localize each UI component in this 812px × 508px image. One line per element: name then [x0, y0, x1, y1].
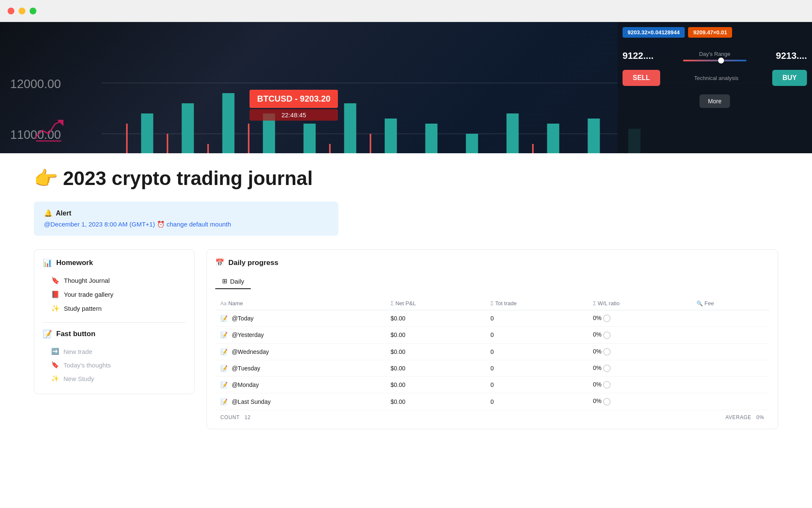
- alert-box: 🔔 Alert @December 1, 2023 8:00 AM (GMT+1…: [34, 202, 338, 236]
- alert-clock-icon: ⏰: [157, 221, 165, 228]
- alert-bell-icon: 🔔: [44, 209, 52, 217]
- sell-button[interactable]: SELL: [623, 70, 660, 86]
- col-fee: 🔍 Fee: [691, 297, 769, 310]
- table-row[interactable]: 📝 @Wednesday $0.00 0 0%: [215, 343, 769, 360]
- table-footer: COUNT 12 AVERAGE 0%: [215, 410, 769, 420]
- svg-rect-58: [588, 119, 600, 153]
- row-fee: [691, 377, 769, 393]
- alert-date-link[interactable]: @December 1, 2023 8:00 AM (GMT+1): [44, 221, 155, 228]
- buy-button[interactable]: BUY: [772, 70, 807, 86]
- svg-rect-42: [425, 124, 438, 153]
- new-trade-label: New trade: [63, 348, 92, 355]
- row-edit-icon: 📝: [220, 331, 228, 338]
- homework-section-title: 📊 Homework: [43, 258, 186, 268]
- row-tot: 0: [486, 360, 588, 376]
- row-wl: 0%: [588, 327, 691, 343]
- table-row[interactable]: 📝 @Yesterday $0.00 0 0%: [215, 327, 769, 343]
- table-row[interactable]: 📝 @Tuesday $0.00 0 0%: [215, 360, 769, 376]
- price-left: 9122....: [623, 50, 653, 61]
- svg-rect-30: [304, 124, 316, 153]
- fast-btn-new-study[interactable]: ✨ New Study: [43, 372, 186, 385]
- row-wl: 0%: [588, 310, 691, 327]
- sidebar-item-study-pattern[interactable]: ✨ Study pattern: [43, 301, 186, 315]
- tab-bar: ⊞ Daily: [215, 274, 769, 289]
- col-wl-ratio: Σ W/L ratio: [588, 297, 691, 310]
- row-pnl: $0.00: [386, 393, 486, 410]
- new-trade-icon: ➡️: [51, 348, 59, 355]
- row-tot: 0: [486, 377, 588, 393]
- table-row[interactable]: 📝 @Monday $0.00 0 0%: [215, 377, 769, 393]
- row-pnl: $0.00: [386, 327, 486, 343]
- study-pattern-label: Study pattern: [64, 305, 102, 312]
- row-edit-icon: 📝: [220, 315, 228, 322]
- daily-progress-icon: 📅: [215, 258, 224, 267]
- svg-text:12000.00: 12000.00: [10, 77, 61, 91]
- row-pnl: $0.00: [386, 360, 486, 376]
- table-row[interactable]: 📝 @Last Sunday $0.00 0 0%: [215, 393, 769, 410]
- alert-label: Alert: [56, 210, 71, 217]
- alert-title: 🔔 Alert: [44, 209, 328, 217]
- row-edit-icon: 📝: [220, 398, 228, 405]
- col-name: Aa Name: [215, 297, 386, 310]
- row-fee: [691, 360, 769, 376]
- row-fee: [691, 393, 769, 410]
- title-emoji: 👉: [34, 167, 58, 190]
- minimize-button[interactable]: [19, 8, 25, 14]
- trade-gallery-icon: 📕: [51, 290, 60, 298]
- sidebar-divider: [43, 322, 186, 323]
- fast-btn-new-trade[interactable]: ➡️ New trade: [43, 345, 186, 358]
- ticker-chip-2: 9209.47×0.01: [688, 27, 732, 38]
- ticker-chip-1: 9203.32×0.04128944: [623, 27, 685, 38]
- row-tot: 0: [486, 393, 588, 410]
- average-value: 0%: [756, 414, 764, 420]
- hero-logo: [34, 118, 63, 145]
- row-name: 📝 @Yesterday: [215, 327, 386, 343]
- maximize-button[interactable]: [30, 8, 36, 14]
- row-tot: 0: [486, 327, 588, 343]
- thought-journal-icon: 🔖: [51, 276, 60, 284]
- days-range-label: Day's Range: [683, 51, 746, 57]
- row-edit-icon: 📝: [220, 348, 228, 355]
- row-name: 📝 @Wednesday: [215, 343, 386, 360]
- more-button[interactable]: More: [700, 94, 730, 108]
- svg-rect-38: [385, 119, 397, 153]
- wl-circle: [603, 331, 611, 339]
- row-fee: [691, 327, 769, 343]
- new-study-icon: ✨: [51, 375, 59, 382]
- fast-button-section-title: 📝 Fast button: [43, 329, 186, 339]
- chart-right-panel: 9203.32×0.04128944 9209.47×0.01 9122....…: [617, 22, 812, 153]
- average-label: AVERAGE: [725, 414, 751, 420]
- fast-button-icon: 📝: [43, 329, 52, 339]
- row-wl: 0%: [588, 343, 691, 360]
- title-text: 2023 crypto trading journal: [63, 167, 313, 190]
- sidebar-card: 📊 Homework 🔖 Thought Journal 📕 Your trad…: [34, 249, 195, 394]
- homework-title: Homework: [56, 259, 93, 267]
- row-name: 📝 @Today: [215, 310, 386, 327]
- study-pattern-icon: ✨: [51, 304, 60, 312]
- row-name: 📝 @Monday: [215, 377, 386, 393]
- tab-daily[interactable]: ⊞ Daily: [215, 274, 251, 289]
- todays-thoughts-label: Today's thoughts: [63, 362, 111, 369]
- daily-progress-title: 📅 Daily progress: [215, 258, 769, 267]
- new-study-label: New Study: [63, 375, 94, 382]
- average-section: AVERAGE 0%: [725, 414, 764, 420]
- page-title: 👉 2023 crypto trading journal: [34, 167, 778, 190]
- table-row[interactable]: 📝 @Today $0.00 0 0%: [215, 310, 769, 327]
- svg-rect-18: [182, 103, 194, 153]
- thought-journal-label: Thought Journal: [64, 277, 110, 284]
- btc-price: BTCUSD - 9203.20: [250, 90, 338, 108]
- wl-circle: [603, 315, 611, 322]
- close-button[interactable]: [8, 8, 14, 14]
- row-tot: 0: [486, 310, 588, 327]
- row-edit-icon: 📝: [220, 365, 228, 372]
- sidebar-item-trade-gallery[interactable]: 📕 Your trade gallery: [43, 287, 186, 301]
- homework-icon: 📊: [43, 258, 52, 268]
- fast-btn-todays-thoughts[interactable]: 🔖 Today's thoughts: [43, 358, 186, 372]
- daily-table: Aa Name Σ Net P&L Σ: [215, 297, 769, 410]
- price-right: 9213....: [776, 50, 807, 61]
- sidebar-item-thought-journal[interactable]: 🔖 Thought Journal: [43, 273, 186, 287]
- count-value: 12: [244, 414, 251, 420]
- tab-daily-icon: ⊞: [222, 277, 228, 285]
- svg-rect-46: [466, 134, 478, 153]
- svg-rect-14: [141, 113, 154, 153]
